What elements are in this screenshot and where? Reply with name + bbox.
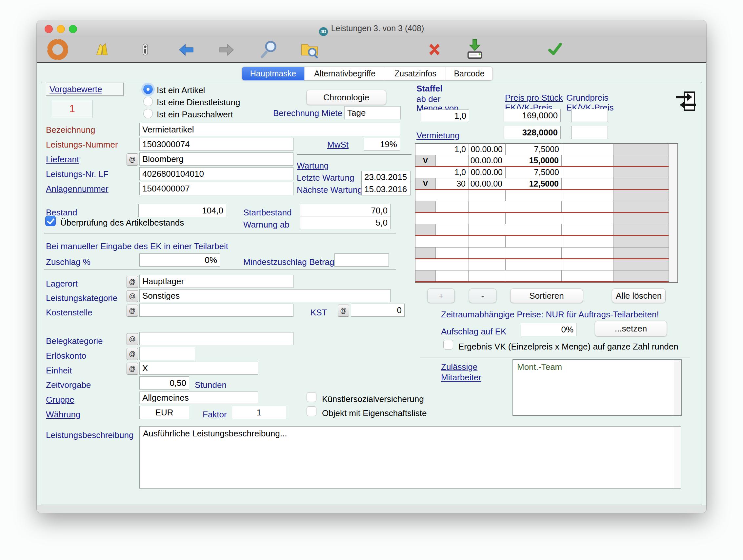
kst-lookup-button[interactable]: @ (338, 305, 349, 317)
lagerort-field[interactable]: Hauptlager (139, 275, 294, 288)
staffel-grid-row[interactable] (416, 224, 668, 236)
mitarbeiter-list-item[interactable]: Mont.-Team (513, 360, 681, 374)
staffel-grid-scrollbar[interactable] (668, 144, 678, 282)
staffel-grid-row[interactable] (416, 236, 668, 247)
grid-menge-cell[interactable]: 30 (436, 178, 469, 189)
aufschlag-field[interactable]: 0% (521, 323, 576, 336)
save-icon[interactable] (465, 38, 485, 60)
anlagennummer-field[interactable]: 1504000007 (139, 182, 294, 195)
confirm-icon[interactable] (547, 41, 563, 57)
grid-datum-cell[interactable] (469, 270, 505, 281)
grid-preis-cell[interactable] (506, 190, 562, 201)
navigate-back-icon[interactable] (178, 44, 194, 56)
mitarbeiter-listbox-scrollbar[interactable] (674, 360, 681, 415)
objekt-eigenschaftsliste-checkbox[interactable] (307, 406, 316, 416)
tab-hauptmaske[interactable]: Hauptmaske (242, 67, 304, 80)
wartung-link[interactable]: Wartung (297, 161, 329, 171)
grid-datum-cell[interactable] (469, 224, 505, 235)
staffel-remove-button[interactable]: - (469, 289, 496, 303)
staffel-grid-row[interactable]: 1,000.00.007,5000 (416, 167, 668, 178)
grid-menge-cell[interactable] (436, 155, 469, 166)
zulaessige-mitarbeiter-link-line2[interactable]: Mitarbeiter (441, 373, 481, 383)
staffel-grid-row[interactable] (416, 190, 668, 201)
info-icon[interactable] (138, 42, 152, 57)
grid-extra-cell[interactable] (562, 167, 614, 178)
grid-menge-cell[interactable] (436, 224, 469, 235)
staffel-grid-row[interactable] (416, 248, 668, 259)
grid-extra-cell[interactable] (562, 190, 614, 201)
startbestand-field[interactable]: 70,0 (300, 204, 391, 217)
grid-datum-cell[interactable] (469, 248, 505, 258)
zuschlag-field[interactable]: 0% (139, 253, 220, 266)
lieferant-lookup-button[interactable]: @ (127, 154, 138, 166)
app-logo-icon[interactable] (45, 37, 70, 61)
runden-checkbox[interactable] (443, 340, 453, 349)
cancel-icon[interactable] (427, 42, 442, 57)
leistungskategorie-lookup-button[interactable]: @ (127, 290, 138, 302)
open-folder-icon[interactable] (93, 41, 111, 58)
grid-datum-cell[interactable]: 00.00.00 (469, 178, 505, 189)
grid-extra-cell[interactable] (562, 259, 614, 270)
vermietung-link[interactable]: Vermietung (417, 130, 460, 141)
chronologie-button[interactable]: Chronologie (306, 90, 386, 105)
transfer-icon[interactable] (675, 91, 696, 112)
grid-menge-cell[interactable] (436, 201, 469, 212)
radio-ist-eine-dienstleistung[interactable] (143, 97, 153, 106)
grid-preis-cell[interactable]: 15,0000 (505, 155, 562, 166)
kst-field[interactable]: 0 (351, 304, 405, 317)
grid-datum-cell[interactable]: 00.00.00 (469, 155, 505, 166)
leistungsbeschreibung-textarea[interactable]: Ausführliche Leistungsbeschreibung... (139, 426, 681, 488)
staffel-grid-row[interactable]: V3000.00.0012,5000 (416, 178, 668, 190)
einheit-field[interactable]: X (139, 362, 258, 375)
bestandspruefung-checkbox[interactable] (45, 216, 56, 226)
staffel-grid-row[interactable] (416, 270, 668, 282)
kostenstelle-lookup-button[interactable]: @ (127, 305, 138, 317)
gruppe-link[interactable]: Gruppe (46, 395, 75, 405)
preis-pro-stueck-link[interactable]: Preis pro Stück (505, 93, 563, 103)
grid-extra-cell[interactable] (562, 201, 613, 212)
warnung-ab-field[interactable]: 5,0 (300, 216, 391, 229)
kuenstlersozialversicherung-checkbox[interactable] (307, 392, 316, 402)
grid-extra-cell[interactable] (562, 236, 614, 247)
staffel-grid-row[interactable] (416, 259, 668, 270)
grid-menge-cell[interactable] (436, 248, 469, 258)
grid-menge-cell[interactable] (416, 259, 469, 270)
staffel-grid-row[interactable] (416, 213, 668, 224)
grid-datum-cell[interactable] (469, 236, 506, 247)
sortieren-button[interactable]: Sortieren (510, 289, 583, 303)
search-icon[interactable] (260, 39, 279, 59)
grid-extra-cell[interactable] (562, 270, 613, 281)
grid-menge-cell[interactable] (416, 190, 469, 201)
radio-ist-ein-pauschalwert[interactable] (143, 109, 153, 118)
grid-menge-cell[interactable] (416, 236, 469, 247)
grid-menge-cell[interactable] (436, 270, 469, 281)
grid-extra-cell[interactable] (562, 144, 614, 155)
mindestzuschlag-field[interactable] (335, 253, 389, 266)
search-in-folder-icon[interactable] (300, 39, 319, 59)
staffel-grid-row[interactable]: 1,000.00.007,5000 (416, 144, 668, 155)
staffel-menge-field[interactable]: 1,0 (421, 110, 469, 122)
grid-preis-cell[interactable]: 7,5000 (506, 167, 562, 178)
anlagennummer-link[interactable]: Anlagennummer (46, 184, 108, 194)
letzte-wartung-field[interactable]: 23.03.2015 (361, 171, 410, 183)
staffel-grid-row[interactable]: V00.00.0015,0000 (416, 155, 668, 167)
zulaessige-mitarbeiter-link-line1[interactable]: Zulässige (441, 362, 477, 372)
lagerort-lookup-button[interactable]: @ (127, 276, 138, 288)
grid-datum-cell[interactable] (469, 201, 505, 212)
grid-datum-cell[interactable] (469, 213, 506, 224)
erloeskonto-field[interactable] (139, 347, 195, 360)
grid-preis-cell[interactable] (505, 270, 562, 281)
berechnung-miete-field[interactable]: Tage (344, 106, 401, 119)
leistungs-nr-lf-field[interactable]: 4026800104010 (139, 167, 294, 180)
grid-preis-cell[interactable] (506, 213, 562, 224)
grid-menge-cell[interactable]: 1,0 (416, 144, 469, 155)
title-bar[interactable]: 4DLeistungen 3. von 3 (408) (37, 20, 706, 37)
staffel-preis-field[interactable]: 169,0000 (504, 109, 561, 122)
staffel-grid-row[interactable] (416, 201, 668, 213)
belegkategorie-field[interactable] (139, 332, 294, 345)
leistungskategorie-field[interactable]: Sonstiges (139, 289, 391, 302)
grid-preis-cell[interactable] (505, 224, 562, 235)
vorgabewerte-button[interactable]: Vorgabewerte (46, 83, 124, 96)
gruppe-field[interactable]: Allgemeines (139, 391, 258, 404)
grid-datum-cell[interactable] (469, 190, 506, 201)
